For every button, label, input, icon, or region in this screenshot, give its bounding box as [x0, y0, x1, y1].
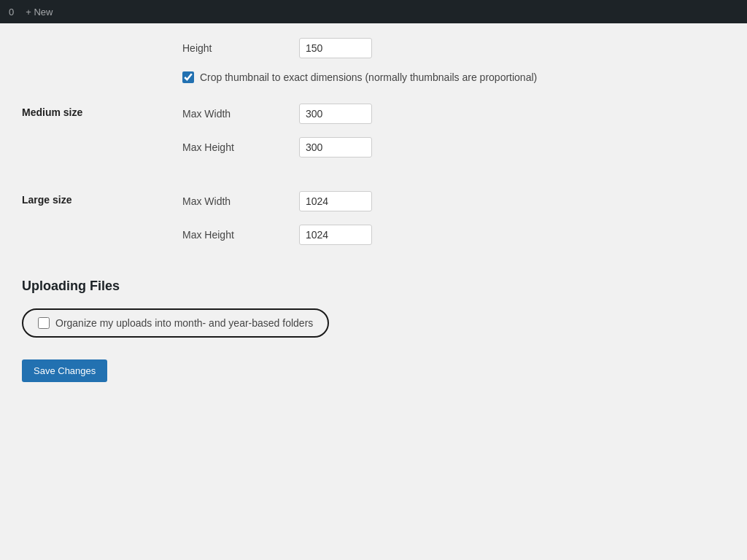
organize-wrapper: Organize my uploads into month- and year…: [22, 308, 329, 338]
organize-label: Organize my uploads into month- and year…: [55, 317, 313, 329]
top-bar-new[interactable]: + New: [26, 7, 53, 18]
uploading-title: Uploading Files: [22, 279, 635, 294]
large-max-width-label: Max Width: [182, 195, 299, 207]
large-max-height-label: Max Height: [182, 229, 299, 241]
medium-max-height-row: Max Height: [182, 137, 635, 158]
large-size-section: Large size Max Width Max Height: [22, 191, 635, 258]
medium-max-width-row: Max Width: [182, 104, 635, 124]
medium-size-fields: Max Width Max Height: [182, 104, 635, 171]
medium-size-label: Medium size: [22, 104, 182, 118]
crop-checkbox-row: Crop thumbnail to exact dimensions (norm…: [22, 71, 635, 83]
crop-label: Crop thumbnail to exact dimensions (norm…: [200, 71, 537, 83]
medium-max-height-input[interactable]: [299, 137, 372, 158]
large-size-with-label: Large size Max Width Max Height: [22, 191, 635, 258]
top-bar: 0 + New: [0, 0, 747, 23]
counter-value: 0: [9, 7, 14, 18]
large-max-height-input[interactable]: [299, 225, 372, 245]
new-label: + New: [26, 7, 53, 18]
large-size-fields: Max Width Max Height: [182, 191, 635, 258]
uploading-section: Uploading Files Organize my uploads into…: [22, 279, 635, 382]
main-content: Height Crop thumbnail to exact dimension…: [0, 23, 657, 424]
organize-row: Organize my uploads into month- and year…: [22, 308, 635, 338]
height-field-row: Height: [22, 38, 635, 58]
crop-checkbox[interactable]: [182, 71, 194, 83]
top-bar-counter: 0: [9, 7, 14, 18]
height-input[interactable]: [299, 38, 372, 58]
large-max-width-input[interactable]: [299, 191, 372, 211]
thumbnail-height-section: Height Crop thumbnail to exact dimension…: [22, 38, 635, 83]
medium-max-width-label: Max Width: [182, 108, 299, 120]
large-max-width-row: Max Width: [182, 191, 635, 211]
medium-size-with-label: Medium size Max Width Max Height: [22, 104, 635, 171]
medium-max-width-input[interactable]: [299, 104, 372, 124]
save-changes-button[interactable]: Save Changes: [22, 359, 107, 382]
medium-max-height-label: Max Height: [182, 141, 299, 153]
height-label: Height: [182, 42, 299, 54]
medium-size-section: Medium size Max Width Max Height: [22, 104, 635, 171]
large-max-height-row: Max Height: [182, 225, 635, 245]
organize-checkbox[interactable]: [38, 317, 50, 329]
large-size-label: Large size: [22, 191, 182, 206]
